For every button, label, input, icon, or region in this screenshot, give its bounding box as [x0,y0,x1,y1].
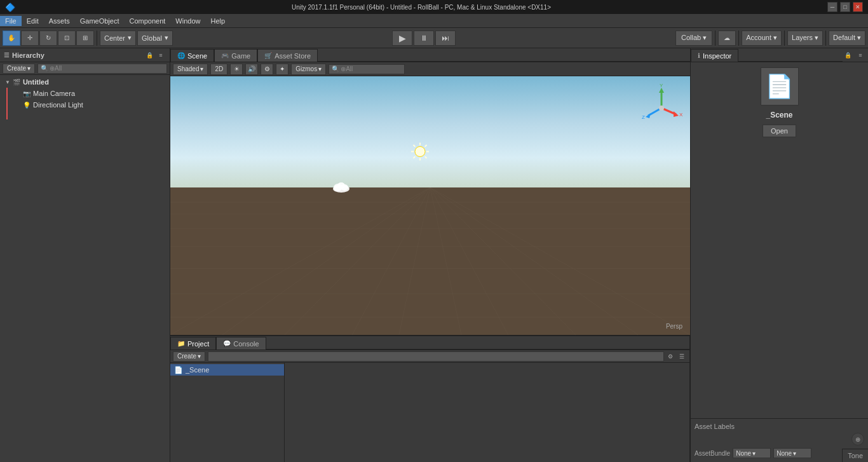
menu-help[interactable]: Help [205,16,230,26]
toolbar: ✋ ✛ ↻ ⊡ ⊞ Center ▾ Global ▾ ▶ ⏸ ⏭ Collab… [0,28,868,48]
svg-marker-31 [659,88,664,93]
project-tab-filler [266,349,689,350]
inspector-tab-filler [738,61,843,62]
step-button[interactable]: ⏭ [435,31,456,46]
pause-button[interactable]: ⏸ [414,31,434,46]
hierarchy-lock-button[interactable]: 🔒 [144,50,154,60]
hierarchy-item-untitled[interactable]: ▼ 🎬 Untitled [0,76,170,88]
svg-text:Y: Y [660,83,663,88]
create-label: Create [7,65,26,72]
scene-view[interactable]: Shaded ▾ 2D ☀ 🔊 ⚙ ✦ Gizmos ▾ 🔍 [170,62,690,335]
svg-line-9 [285,187,430,335]
hierarchy-icon: ☰ [4,51,10,58]
game-tab-icon: 🎮 [221,52,229,59]
global-dropdown[interactable]: Global ▾ [137,31,173,46]
tab-scene[interactable]: 🌐 Scene [170,49,214,62]
global-arrow-icon: ▾ [165,34,168,42]
svg-text:X: X [679,112,683,118]
hand-tool[interactable]: ✋ [3,31,20,46]
asset-bundle-row: AssetBundle None ▾ None ▾ [695,448,864,458]
menu-edit[interactable]: Edit [22,16,44,26]
tab-project[interactable]: 📁 Project [170,337,216,350]
asset-labels-add-button[interactable]: ⊕ [851,433,864,445]
project-search-input[interactable] [208,351,664,362]
main-camera-label: Main Camera [33,90,75,97]
sun-svg [410,142,430,162]
hierarchy-item-main-camera[interactable]: 📷 Main Camera [8,88,170,99]
asset-bundle-dropdown-2[interactable]: None ▾ [773,448,811,458]
menu-component[interactable]: Component [124,16,170,26]
hierarchy-create-button[interactable]: Create ▾ [3,64,35,74]
tab-console[interactable]: 💬 Console [216,337,266,350]
scene-effects-button[interactable]: ⚙ [261,64,273,75]
untitled-arrow-icon: ▼ [5,79,10,85]
gizmos-dropdown[interactable]: Gizmos ▾ [291,64,326,75]
game-tab-label: Game [231,52,250,60]
hierarchy-search-placeholder: ⊕All [50,65,62,72]
maximize-button[interactable]: □ [840,2,850,12]
scene-particles-button[interactable]: ✦ [276,64,288,75]
move-tool[interactable]: ✛ [21,31,39,46]
menu-assets[interactable]: Assets [44,16,75,26]
project-layout-btn[interactable]: ☰ [677,351,687,362]
project-folders: 📄 _Scene [170,363,285,462]
cloud-button[interactable]: ☁ [718,31,736,46]
hierarchy-header: ☰ Hierarchy 🔒 ≡ [0,48,170,62]
rotate-tool[interactable]: ↻ [39,31,57,46]
shaded-arrow-icon: ▾ [200,65,203,72]
right-panel: ℹ Inspector 🔒 ≡ 📄 _Scene Open Asset Labe… [690,48,868,462]
inspector-content: 📄 _Scene Open [691,62,868,418]
default-dropdown[interactable]: Default ▾ [829,31,865,46]
scene-search-field[interactable]: 🔍 ⊕All [329,64,405,74]
tab-game[interactable]: 🎮 Game [214,49,257,62]
hierarchy-search-field[interactable]: 🔍 ⊕All [37,64,167,74]
project-search-btn[interactable]: ⚙ [665,351,675,362]
hierarchy-menu-button[interactable]: ≡ [156,50,166,60]
inspector-menu-button[interactable]: ≡ [855,50,865,60]
account-dropdown[interactable]: Account ▾ [742,31,782,46]
rect-tool[interactable]: ⊞ [76,31,94,46]
menu-file[interactable]: File [0,16,22,26]
2d-button[interactable]: 2D [210,64,227,75]
play-button[interactable]: ▶ [392,31,412,46]
svg-point-39 [659,105,664,111]
add-icon: ⊕ [855,436,860,443]
asset-large-icon: 📄 [761,67,799,105]
collab-button[interactable]: Collab ▾ [675,31,712,46]
scene-search-placeholder: ⊕All [341,65,353,72]
layers-dropdown[interactable]: Layers ▾ [787,31,823,46]
folder-item-scene[interactable]: 📄 _Scene [170,364,284,376]
scene-audio-button[interactable]: 🔊 [245,64,258,75]
menu-window[interactable]: Window [170,16,205,26]
create-arrow-icon: ▾ [27,65,31,72]
minimize-button[interactable]: ─ [827,2,837,12]
close-button[interactable]: ✕ [853,2,863,12]
svg-point-29 [337,182,345,189]
main-area: ☰ Hierarchy 🔒 ≡ Create ▾ 🔍 ⊕All ▼ 🎬 Unti… [0,48,868,462]
svg-line-12 [430,187,461,335]
tab-inspector[interactable]: ℹ Inspector [691,49,738,62]
inspector-lock-button[interactable]: 🔒 [843,50,853,60]
asset-store-tab-label: Asset Store [275,52,311,60]
open-button[interactable]: Open [763,125,796,137]
scale-tool[interactable]: ⊡ [58,31,76,46]
svg-line-11 [399,187,430,335]
shaded-dropdown[interactable]: Shaded ▾ [173,64,208,75]
menu-gameobject[interactable]: GameObject [75,16,125,26]
center-dropdown[interactable]: Center ▾ [100,31,136,46]
asset-bundle-none2-label: None [776,450,792,457]
svg-point-17 [415,147,425,157]
scene-light-button[interactable]: ☀ [230,64,243,75]
project-create-button[interactable]: Create ▾ [173,351,205,362]
svg-line-22 [413,145,415,147]
svg-marker-33 [674,111,679,117]
tab-asset-store[interactable]: 🛒 Asset Store [257,49,318,62]
hierarchy-item-directional-light[interactable]: 💡 Directional Light [8,99,170,111]
inspector-tab-label: Inspector [703,52,731,60]
scene-toolbar: Shaded ▾ 2D ☀ 🔊 ⚙ ✦ Gizmos ▾ 🔍 [170,62,690,76]
asset-bundle-dropdown-1[interactable]: None ▾ [733,448,771,458]
open-label: Open [771,127,788,135]
tone-label: Tone [842,449,868,462]
untitled-label: Untitled [23,78,49,86]
sky-background [170,76,690,193]
